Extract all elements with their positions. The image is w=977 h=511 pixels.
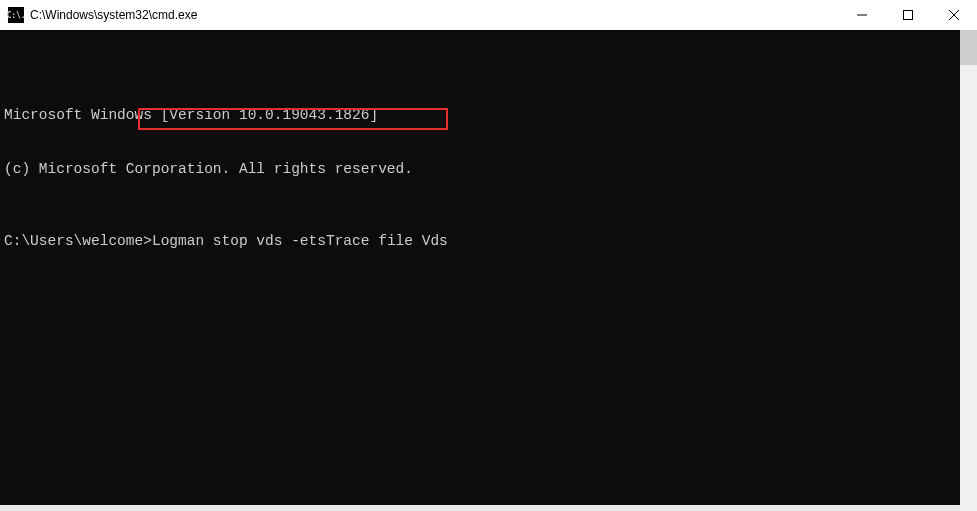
terminal-output-line: (c) Microsoft Corporation. All rights re… [4,160,977,178]
window-title: C:\Windows\system32\cmd.exe [30,8,839,22]
svg-rect-1 [904,11,913,20]
maximize-icon [903,10,913,20]
maximize-button[interactable] [885,0,931,30]
window-bottom-edge [0,505,960,511]
scrollbar-thumb[interactable] [960,30,977,65]
close-button[interactable] [931,0,977,30]
terminal-area[interactable]: Microsoft Windows [Version 10.0.19043.18… [0,30,977,511]
minimize-icon [857,10,867,20]
window-controls [839,0,977,30]
minimize-button[interactable] [839,0,885,30]
terminal-content: Microsoft Windows [Version 10.0.19043.18… [4,70,977,304]
terminal-prompt-line: C:\Users\welcome>Logman stop vds -etsTra… [4,232,977,250]
vertical-scrollbar[interactable] [960,30,977,511]
close-icon [949,10,959,20]
cmd-icon: C:\. [8,7,24,23]
terminal-prompt: C:\Users\welcome> [4,233,152,249]
terminal-output-line: Microsoft Windows [Version 10.0.19043.18… [4,106,977,124]
window-titlebar: C:\. C:\Windows\system32\cmd.exe [0,0,977,30]
terminal-command: Logman stop vds -etsTrace file Vds [152,233,448,249]
